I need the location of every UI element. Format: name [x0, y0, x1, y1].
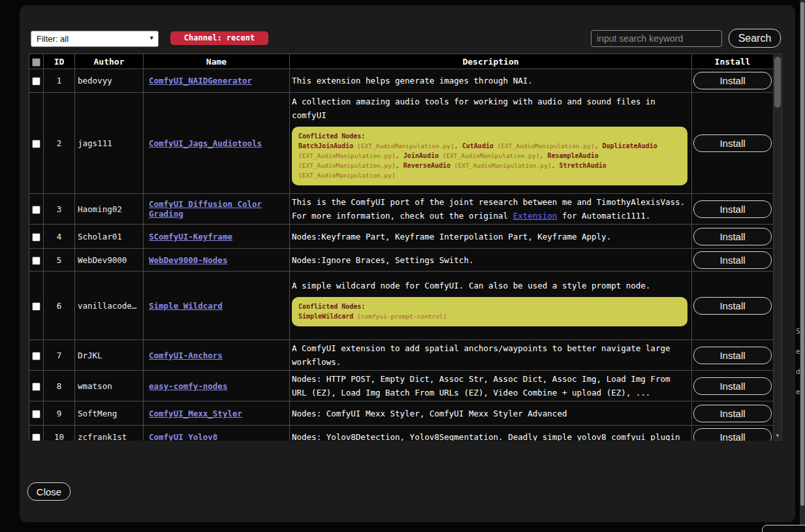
row-checkbox[interactable] — [32, 302, 40, 311]
row-name-cell: ComfyUI_Mexx_Styler — [144, 401, 290, 426]
header-name: Name — [144, 54, 290, 69]
page-scrollbar[interactable] — [800, 0, 805, 532]
row-description-cell: A simple wildcard node for ComfyUI. Can … — [290, 272, 692, 340]
close-button[interactable]: Close — [27, 482, 71, 501]
description-text: Nodes:Keyframe Part, Keyframe Interpolat… — [292, 230, 689, 243]
page-scrollbar-thumb[interactable] — [800, 2, 804, 506]
row-id: 9 — [44, 401, 75, 426]
install-button[interactable]: Install — [693, 228, 772, 245]
conflict-node-source: [EXT_AudioManipulation.py] — [298, 172, 396, 179]
row-install-cell: Install — [692, 340, 774, 371]
row-name-cell: ComfyUI_Jags_Audiotools — [144, 93, 290, 194]
node-name-link[interactable]: ComfyUI Diffusion Color Grading — [149, 199, 262, 219]
row-checkbox-cell — [29, 69, 44, 93]
row-checkbox[interactable] — [32, 352, 40, 360]
conflict-title: Conflicted Nodes: — [298, 302, 681, 311]
node-name-link[interactable]: ComfyUI Yolov8 — [149, 432, 217, 441]
row-checkbox-cell — [29, 426, 44, 441]
row-id: 8 — [44, 371, 75, 401]
description-text: Nodes:Ignore Braces, Settings Switch. — [292, 253, 689, 267]
table-body: 1bedovyyComfyUI_NAIDGeneratorThis extens… — [29, 69, 774, 441]
node-name-link[interactable]: WebDev9000-Nodes — [149, 255, 227, 265]
conflict-node-source: [EXT_AudioManipulation.py] — [298, 152, 396, 159]
scroll-down-arrow-icon[interactable]: ▼ — [774, 433, 781, 439]
install-button[interactable]: Install — [693, 134, 772, 152]
install-button[interactable]: Install — [693, 428, 772, 441]
row-name-cell: ComfyUI Diffusion Color Grading — [144, 194, 290, 225]
description-text: A ComfyUI extension to add spatial ancho… — [292, 341, 689, 369]
node-name-link[interactable]: easy-comfy-nodes — [149, 381, 227, 391]
install-button[interactable]: Install — [693, 405, 772, 422]
description-text: This is the ComfyUI port of the joint re… — [292, 195, 689, 223]
node-name-link[interactable]: ComfyUI-Anchors — [149, 351, 223, 360]
install-button[interactable]: Install — [693, 347, 772, 364]
node-name-link[interactable]: Simple Wildcard — [149, 301, 223, 311]
install-button[interactable]: Install — [693, 200, 772, 218]
row-checkbox[interactable] — [32, 257, 40, 265]
row-checkbox-cell — [29, 249, 44, 272]
search-button[interactable]: Search — [729, 29, 781, 48]
row-checkbox[interactable] — [32, 140, 40, 148]
custom-nodes-dialog: Filter: all ▼ Channel: recent Search — [20, 5, 795, 522]
install-button[interactable]: Install — [693, 251, 772, 269]
row-install-cell: Install — [692, 272, 774, 340]
conflict-node-source: [comfyui-prompt-control] — [353, 313, 447, 320]
row-checkbox-cell — [29, 225, 44, 249]
row-checkbox[interactable] — [32, 433, 40, 441]
search-input[interactable] — [591, 30, 722, 47]
row-description-cell: Nodes: HTTP POST, Empty Dict, Assoc Str,… — [290, 371, 692, 401]
row-install-cell: Install — [692, 426, 774, 441]
row-install-cell: Install — [692, 93, 774, 194]
node-name-link[interactable]: ComfyUI_Jags_Audiotools — [149, 138, 262, 148]
table-row: 7DrJKLComfyUI-AnchorsA ComfyUI extension… — [29, 340, 774, 371]
row-checkbox[interactable] — [32, 233, 40, 242]
row-author: bedovyy — [75, 69, 144, 93]
row-checkbox[interactable] — [32, 77, 40, 86]
table-row: 4Scholar01SComfyUI-KeyframeNodes:Keyfram… — [29, 225, 774, 249]
conflict-title: Conflicted Nodes: — [298, 131, 681, 141]
row-name-cell: ComfyUI-Anchors — [144, 340, 290, 371]
install-button[interactable]: Install — [693, 72, 772, 89]
row-description-cell: A collection amazing audio tools for wor… — [290, 93, 692, 194]
row-id: 2 — [44, 93, 75, 194]
install-button[interactable]: Install — [693, 297, 772, 315]
row-name-cell: easy-comfy-nodes — [144, 371, 290, 401]
table-row: 5WebDev9000WebDev9000-NodesNodes:Ignore … — [29, 249, 774, 272]
row-author: SoftMeng — [75, 401, 144, 426]
row-install-cell: Install — [692, 69, 774, 93]
node-name-link[interactable]: ComfyUI_NAIDGenerator — [149, 76, 252, 86]
conflict-node-name: SimpleWildcard — [298, 313, 353, 320]
row-author: vanillacode… — [75, 272, 144, 340]
row-author: jags111 — [75, 93, 144, 194]
row-checkbox-cell — [29, 371, 44, 401]
description-link[interactable]: Extension — [513, 211, 558, 221]
install-button[interactable]: Install — [693, 377, 772, 395]
row-author: WebDev9000 — [75, 249, 144, 272]
row-author: DrJKL — [75, 340, 144, 371]
node-name-link[interactable]: SComfyUI-Keyframe — [149, 232, 232, 242]
table-row: 2jags111ComfyUI_Jags_AudiotoolsA collect… — [29, 93, 774, 194]
conflict-items: BatchJoinAudio [EXT_AudioManipulation.py… — [298, 141, 681, 180]
row-checkbox-cell — [29, 93, 44, 194]
row-name-cell: WebDev9000-Nodes — [144, 249, 290, 272]
row-description-cell: Nodes: ComfyUI Mexx Styler, ComfyUI Mexx… — [290, 401, 692, 426]
screen: Filter: all ▼ Channel: recent Search — [0, 0, 805, 532]
table-scrollbar-thumb[interactable] — [774, 57, 781, 108]
row-id: 3 — [44, 194, 75, 225]
filter-select[interactable]: Filter: all — [31, 31, 159, 47]
row-checkbox[interactable] — [32, 383, 40, 391]
description-text: A collection amazing audio tools for wor… — [292, 95, 689, 122]
row-id: 4 — [44, 225, 75, 249]
row-name-cell: Simple Wildcard — [144, 272, 290, 340]
conflict-node-source: [EXT_AudioManipulation.py] — [450, 162, 551, 169]
select-all-checkbox[interactable] — [32, 58, 40, 67]
table-row: 1bedovyyComfyUI_NAIDGeneratorThis extens… — [29, 69, 774, 93]
table-scrollbar[interactable]: ▼ — [773, 54, 782, 441]
node-name-link[interactable]: ComfyUI_Mexx_Styler — [149, 409, 242, 418]
nodes-table-area: ID Author Name Description Install 1bedo… — [29, 54, 782, 441]
row-checkbox[interactable] — [32, 206, 40, 214]
description-text-part: for Automatic1111. — [557, 211, 650, 221]
header-install: Install — [692, 54, 774, 69]
row-id: 6 — [44, 272, 75, 340]
row-checkbox[interactable] — [32, 410, 40, 418]
